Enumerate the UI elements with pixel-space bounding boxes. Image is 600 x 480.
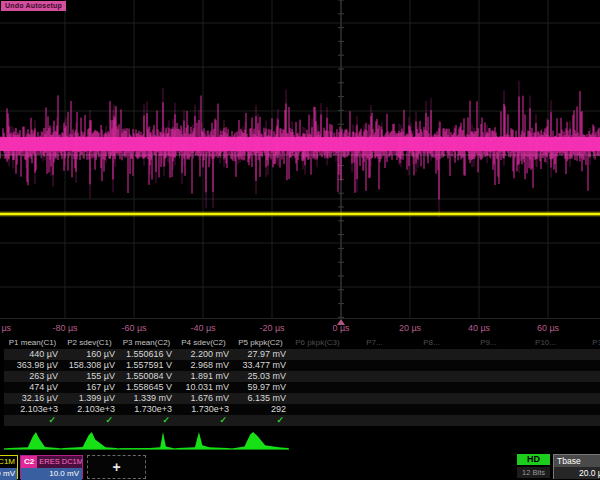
c1-vdiv-value: 10.0 mV bbox=[0, 468, 17, 480]
status-check-icon bbox=[346, 415, 403, 426]
measurement-header[interactable]: P3 mean(C2) bbox=[118, 336, 175, 349]
measurement-value bbox=[346, 349, 403, 360]
c2-noise-trace bbox=[0, 81, 600, 218]
measurement-value bbox=[574, 382, 600, 393]
channel-c2-descriptor[interactable]: C2 ERES DC1M 10.0 mV bbox=[20, 455, 83, 479]
measurement-header[interactable]: P2 sdev(C1) bbox=[61, 336, 118, 349]
waveform-display: Undo Autosetup bbox=[0, 0, 600, 318]
measurement-value: 1.399 µV bbox=[61, 393, 118, 404]
measurement-value: 363.98 µV bbox=[4, 360, 61, 371]
measurement-value: 2.103e+3 bbox=[61, 404, 118, 415]
measurement-value bbox=[403, 371, 460, 382]
measurement-value: 1.557591 V bbox=[118, 360, 175, 371]
measurement-value: 440 µV bbox=[4, 349, 61, 360]
measurement-header[interactable]: P10... bbox=[517, 336, 574, 349]
measurement-value bbox=[289, 393, 346, 404]
hd-bits-label: 12 Bits bbox=[517, 467, 550, 478]
channel-c1-descriptor[interactable]: C1 DC1M 10.0 mV bbox=[0, 455, 18, 479]
c1-flat-trace bbox=[0, 212, 600, 217]
measurement-header[interactable]: P1 mean(C1) bbox=[4, 336, 61, 349]
measurement-header[interactable]: P5 pkpk(C2) bbox=[232, 336, 289, 349]
undo-autosetup-button[interactable]: Undo Autosetup bbox=[1, 1, 66, 11]
status-check-icon: ✓ bbox=[232, 415, 289, 426]
measurement-value bbox=[460, 349, 517, 360]
measurement-header[interactable]: P9... bbox=[460, 336, 517, 349]
measurement-header[interactable]: P7... bbox=[346, 336, 403, 349]
measurement-value: 292 bbox=[232, 404, 289, 415]
measurement-value: 2.200 mV bbox=[175, 349, 232, 360]
measurement-value bbox=[574, 371, 600, 382]
measurement-value bbox=[574, 404, 600, 415]
measurement-value bbox=[460, 404, 517, 415]
measurement-value bbox=[346, 393, 403, 404]
measurement-value bbox=[346, 404, 403, 415]
histicon bbox=[232, 428, 289, 452]
measurement-value: 1.550616 V bbox=[118, 349, 175, 360]
measurement-value bbox=[346, 382, 403, 393]
table-row: 32.16 µV1.399 µV1.339 mV1.676 mV6.135 mV bbox=[4, 393, 600, 404]
measurement-value bbox=[517, 393, 574, 404]
time-axis-label: -40 µs bbox=[190, 323, 215, 333]
table-row: 474 µV167 µV1.558645 V10.031 mV59.97 mV bbox=[4, 382, 600, 393]
measurement-header[interactable]: P11... bbox=[574, 336, 600, 349]
status-check-icon bbox=[403, 415, 460, 426]
status-check-icon: ✓ bbox=[61, 415, 118, 426]
measurement-value bbox=[460, 371, 517, 382]
table-row: 363.98 µV158.308 µV1.557591 V2.968 mV33.… bbox=[4, 360, 600, 371]
histicon-row bbox=[4, 428, 600, 452]
timebase-label: Tbase bbox=[554, 455, 600, 467]
status-check-icon bbox=[574, 415, 600, 426]
measurement-value bbox=[574, 393, 600, 404]
measurement-value bbox=[403, 393, 460, 404]
measurement-value bbox=[289, 349, 346, 360]
measurement-header[interactable]: P4 sdev(C2) bbox=[175, 336, 232, 349]
measurement-value: 158.308 µV bbox=[61, 360, 118, 371]
timebase-descriptor[interactable]: Tbase 20.0 µs bbox=[553, 454, 600, 479]
measurement-value: 10.031 mV bbox=[175, 382, 232, 393]
time-axis-label: 60 µs bbox=[537, 323, 559, 333]
measurement-value bbox=[460, 382, 517, 393]
measurement-value: 33.477 mV bbox=[232, 360, 289, 371]
measurement-value: 155 µV bbox=[61, 371, 118, 382]
measurement-header[interactable]: P8... bbox=[403, 336, 460, 349]
measurement-value bbox=[289, 404, 346, 415]
measurement-value bbox=[460, 360, 517, 371]
time-axis-label: 0 µs bbox=[332, 323, 349, 333]
measurement-value bbox=[574, 360, 600, 371]
measurement-table: P1 mean(C1)P2 sdev(C1)P3 mean(C2)P4 sdev… bbox=[4, 336, 600, 426]
status-check-icon bbox=[289, 415, 346, 426]
measurement-value: 160 µV bbox=[61, 349, 118, 360]
histicon bbox=[61, 428, 118, 452]
measurement-value: 1.676 mV bbox=[175, 393, 232, 404]
histicon bbox=[4, 428, 61, 452]
measurement-value bbox=[403, 404, 460, 415]
measurement-value: 25.03 mV bbox=[232, 371, 289, 382]
measurement-value: 59.97 mV bbox=[232, 382, 289, 393]
histicon bbox=[175, 428, 232, 452]
table-row: 440 µV160 µV1.550616 V2.200 mV27.97 mV bbox=[4, 349, 600, 360]
measurement-value bbox=[517, 360, 574, 371]
status-check-icon: ✓ bbox=[118, 415, 175, 426]
measurement-value: 2.103e+3 bbox=[4, 404, 61, 415]
add-channel-button[interactable]: + bbox=[87, 455, 146, 479]
hd-mode-badge[interactable]: HD bbox=[517, 454, 550, 465]
measurement-value: 2.968 mV bbox=[175, 360, 232, 371]
measurement-value bbox=[574, 349, 600, 360]
measurement-value: 1.550084 V bbox=[118, 371, 175, 382]
time-axis-label: -20 µs bbox=[259, 323, 284, 333]
measurement-value bbox=[346, 360, 403, 371]
descriptor-strip: C1 DC1M 10.0 mV C2 ERES DC1M 10.0 mV + H… bbox=[0, 454, 600, 480]
measurement-value: 1.730e+3 bbox=[118, 404, 175, 415]
timebase-value: 20.0 µs bbox=[554, 467, 600, 479]
c2-vdiv-value: 10.0 mV bbox=[21, 468, 82, 480]
graticule bbox=[0, 0, 600, 318]
status-check-icon: ✓ bbox=[4, 415, 61, 426]
time-axis-label: -100 µs bbox=[0, 323, 11, 333]
measurement-value bbox=[289, 371, 346, 382]
measurement-header[interactable]: P6 pkpk(C3) bbox=[289, 336, 346, 349]
status-check-icon: ✓ bbox=[175, 415, 232, 426]
c1-coupling-label: C1 DC1M bbox=[0, 456, 17, 468]
measurement-value bbox=[517, 371, 574, 382]
histicon bbox=[118, 428, 175, 452]
measurement-value: 263 µV bbox=[4, 371, 61, 382]
